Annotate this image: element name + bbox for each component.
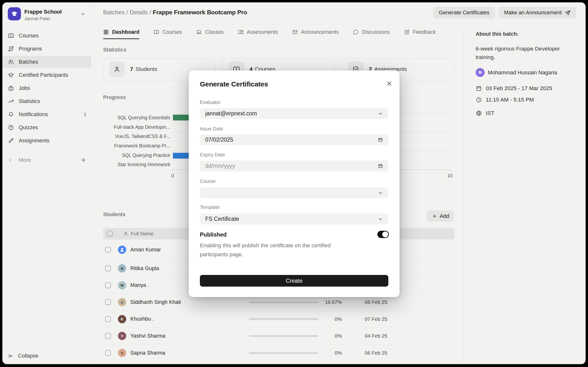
tab-label: Dashboard bbox=[112, 29, 139, 35]
sidebar-item-assignments[interactable]: Assignments bbox=[3, 135, 91, 147]
row-checkbox[interactable] bbox=[105, 333, 111, 339]
pencil-icon bbox=[8, 137, 14, 144]
stat-label: Students bbox=[136, 66, 157, 72]
bell-icon bbox=[8, 111, 14, 118]
sidebar-collapse-button[interactable]: Collapse bbox=[8, 350, 38, 362]
instructor-row[interactable]: M Mohammad Hussain Nagaria bbox=[476, 68, 557, 77]
course-select[interactable] bbox=[200, 187, 388, 198]
add-student-button[interactable]: Add bbox=[427, 211, 454, 222]
progress-track bbox=[249, 301, 318, 303]
book-check-icon bbox=[238, 29, 244, 35]
calendar-icon[interactable] bbox=[378, 137, 383, 142]
joined-date: 06 Feb 25 bbox=[365, 299, 387, 305]
progress-percent: 0% bbox=[318, 316, 342, 322]
template-value: FS Certificate bbox=[205, 216, 239, 222]
avatar: S bbox=[118, 349, 126, 357]
collapse-label: Collapse bbox=[18, 353, 38, 359]
row-checkbox[interactable] bbox=[105, 282, 111, 288]
row-checkbox[interactable] bbox=[105, 265, 111, 271]
progress-percent: 16.67% bbox=[318, 299, 342, 305]
row-checkbox[interactable] bbox=[105, 247, 111, 253]
close-icon[interactable] bbox=[386, 80, 393, 87]
chevron-down-icon[interactable] bbox=[80, 11, 86, 17]
generate-certificates-button[interactable]: Generate Certificates bbox=[433, 7, 495, 18]
about-batch-description: 6-week rigorous Frappe Developer trainin… bbox=[476, 44, 575, 61]
sidebar-more[interactable]: More bbox=[3, 154, 91, 166]
make-announcement-button[interactable]: Make an Announcement bbox=[499, 7, 576, 18]
expiry-date-placeholder: dd/mm/yyyy bbox=[205, 163, 235, 169]
sidebar-item-courses[interactable]: Courses bbox=[3, 30, 91, 42]
avatar: K bbox=[118, 315, 126, 323]
expiry-date-input[interactable]: dd/mm/yyyy bbox=[200, 161, 388, 171]
evaluator-value: jannat@erpnext.com bbox=[205, 110, 257, 117]
table-row-khushbu[interactable]: K Khushbu . 0% 07 Feb 25 bbox=[103, 311, 454, 328]
tab-feedback[interactable]: Feedback bbox=[404, 24, 436, 40]
tab-announcements[interactable]: Announcements bbox=[292, 24, 339, 40]
chevron-down-icon bbox=[378, 216, 383, 222]
collapse-sidebar-icon bbox=[8, 353, 14, 359]
sidebar-item-label: Assignments bbox=[19, 137, 49, 144]
make-announcement-label: Make an Announcement bbox=[504, 9, 562, 16]
chevron-right-icon bbox=[8, 158, 13, 162]
sidebar-item-programs[interactable]: Programs bbox=[3, 43, 91, 55]
course-label: Course bbox=[200, 179, 215, 184]
expiry-date-label: Expiry Date bbox=[200, 152, 225, 158]
sidebar-item-label: Programs bbox=[19, 46, 42, 52]
row-checkbox[interactable] bbox=[105, 350, 111, 356]
batch-timezone: IST bbox=[486, 110, 494, 116]
sidebar-item-statistics[interactable]: Statistics bbox=[3, 95, 91, 107]
tab-dashboard[interactable]: Dashboard bbox=[103, 24, 139, 40]
screenshot-stage: Frappe School Jannat Patel Courses Progr… bbox=[0, 0, 588, 367]
sidebar-item-label: Courses bbox=[19, 33, 39, 39]
select-all-checkbox[interactable] bbox=[107, 231, 113, 237]
tab-label: Feedback bbox=[413, 29, 436, 35]
template-select[interactable]: FS Certificate bbox=[200, 213, 388, 224]
tab-courses[interactable]: Courses bbox=[153, 24, 182, 40]
laptop-icon bbox=[196, 29, 202, 35]
avatar: S bbox=[118, 298, 126, 306]
progress-section-title: Progress bbox=[103, 94, 126, 101]
sidebar-item-certified-participants[interactable]: Certified Participants bbox=[3, 69, 91, 81]
create-button[interactable]: Create bbox=[200, 275, 388, 287]
progress-track bbox=[249, 335, 318, 337]
tab-bar: Dashboard Courses Classes Assessments An… bbox=[103, 24, 463, 40]
sidebar-item-label: Certified Participants bbox=[19, 72, 68, 78]
chevron-down-icon bbox=[378, 111, 383, 116]
sidebar-item-notifications[interactable]: Notifications 1 bbox=[3, 108, 91, 120]
plus-icon[interactable] bbox=[80, 157, 87, 163]
sidebar-item-quizzes[interactable]: Quizzes bbox=[3, 121, 91, 134]
chart-category-label: SQL Querying Essentials bbox=[92, 115, 170, 120]
sidebar-more-label: More bbox=[19, 157, 31, 163]
breadcrumb-prefix[interactable]: Batches / Details / bbox=[103, 9, 153, 16]
sidebar-item-batches[interactable]: Batches bbox=[3, 56, 91, 68]
sidebar-item-label: Notifications bbox=[19, 111, 48, 118]
book-open-icon bbox=[8, 33, 14, 39]
tab-assessments[interactable]: Assessments bbox=[238, 24, 278, 40]
issue-date-value: 07/02/2025 bbox=[205, 137, 233, 143]
send-icon bbox=[565, 10, 571, 16]
table-row-yashvi-sharma[interactable]: Y Yashvi Sharma 0% 04 Feb 25 bbox=[103, 328, 454, 344]
generate-certificates-dialog: Generate Certificates Evaluator jannat@e… bbox=[189, 70, 400, 297]
plus-icon bbox=[432, 213, 437, 219]
student-name: Siddharth Singh Khati bbox=[130, 299, 181, 305]
trending-up-icon bbox=[8, 98, 14, 104]
app-window: Frappe School Jannat Patel Courses Progr… bbox=[2, 2, 586, 364]
row-checkbox[interactable] bbox=[105, 299, 111, 305]
instructor-avatar: M bbox=[476, 68, 485, 77]
calendar-icon[interactable] bbox=[378, 163, 383, 169]
progress-track bbox=[249, 318, 318, 320]
sidebar-item-jobs[interactable]: Jobs bbox=[3, 82, 91, 94]
tab-discussions[interactable]: Discussions bbox=[353, 24, 390, 40]
table-row-sapna-sharma[interactable]: S Sapna Sharma 0% 06 Feb 25 bbox=[103, 344, 454, 361]
mail-icon bbox=[292, 29, 298, 35]
published-toggle[interactable] bbox=[377, 231, 389, 238]
row-checkbox[interactable] bbox=[105, 316, 111, 322]
issue-date-input[interactable]: 07/02/2025 bbox=[200, 134, 388, 145]
avatar bbox=[118, 246, 126, 254]
chart-tick-label-0: 0 bbox=[165, 173, 180, 179]
tab-label: Classes bbox=[205, 29, 223, 35]
tab-classes[interactable]: Classes bbox=[196, 24, 223, 40]
sidebar-item-label: Statistics bbox=[19, 98, 40, 104]
evaluator-select[interactable]: jannat@erpnext.com bbox=[200, 108, 388, 119]
frappe-school-logo[interactable] bbox=[8, 7, 21, 20]
